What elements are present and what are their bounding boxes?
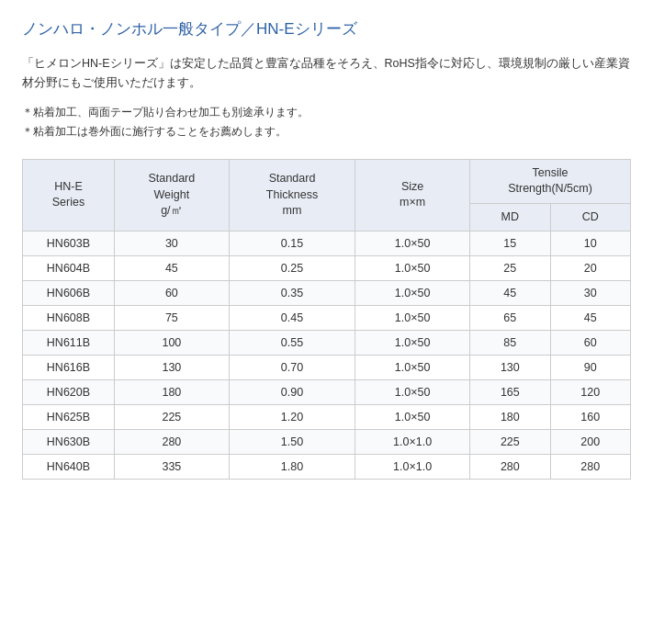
cell-cd: 280	[550, 455, 630, 480]
cell-series: HN603B	[23, 232, 115, 256]
cell-series: HN620B	[23, 380, 115, 405]
table-row: HN611B1000.551.0×508560	[23, 331, 631, 356]
note-1: ＊粘着加工、両面テープ貼り合わせ加工も別途承ります。	[22, 103, 631, 123]
cell-md: 130	[470, 356, 550, 380]
product-table: HN-ESeries StandardWeightg/㎡ StandardThi…	[22, 159, 631, 480]
header-series: HN-ESeries	[23, 159, 115, 232]
page-title: ノンハロ・ノンホル一般タイプ／HN-Eシリーズ	[22, 18, 631, 40]
cell-size: 1.0×50	[355, 405, 470, 430]
header-tensile: TensileStrength(N/5cm)	[470, 159, 631, 203]
header-size: Sizem×m	[355, 159, 470, 232]
cell-cd: 60	[550, 331, 630, 356]
cell-weight: 180	[114, 380, 229, 405]
table-row: HN630B2801.501.0×1.0225200	[23, 430, 631, 455]
cell-size: 1.0×50	[355, 306, 470, 331]
table-row: HN606B600.351.0×504530	[23, 281, 631, 306]
cell-weight: 60	[114, 281, 229, 306]
description-text: 「ヒメロンHN-Eシリーズ」は安定した品質と豊富な品種をそろえ、RoHS指令に対…	[22, 54, 631, 94]
cell-thickness: 0.90	[229, 380, 355, 405]
header-weight: StandardWeightg/㎡	[114, 159, 229, 232]
cell-weight: 130	[114, 356, 229, 380]
cell-thickness: 0.55	[229, 331, 355, 356]
cell-thickness: 0.45	[229, 306, 355, 331]
header-thickness: StandardThicknessmm	[229, 159, 355, 232]
table-row: HN616B1300.701.0×5013090	[23, 356, 631, 380]
cell-size: 1.0×50	[355, 380, 470, 405]
cell-weight: 75	[114, 306, 229, 331]
cell-md: 15	[470, 232, 550, 256]
cell-md: 25	[470, 256, 550, 281]
table-row: HN620B1800.901.0×50165120	[23, 380, 631, 405]
notes-section: ＊粘着加工、両面テープ貼り合わせ加工も別途承ります。 ＊粘着加工は巻外面に施行す…	[22, 103, 631, 142]
cell-series: HN608B	[23, 306, 115, 331]
cell-md: 85	[470, 331, 550, 356]
cell-thickness: 1.80	[229, 455, 355, 480]
header-cd: CD	[550, 203, 630, 232]
cell-cd: 90	[550, 356, 630, 380]
table-row: HN603B300.151.0×501510	[23, 232, 631, 256]
table-row: HN640B3351.801.0×1.0280280	[23, 455, 631, 480]
cell-thickness: 0.35	[229, 281, 355, 306]
cell-thickness: 0.15	[229, 232, 355, 256]
cell-weight: 30	[114, 232, 229, 256]
cell-series: HN604B	[23, 256, 115, 281]
cell-size: 1.0×50	[355, 232, 470, 256]
cell-cd: 45	[550, 306, 630, 331]
cell-thickness: 0.25	[229, 256, 355, 281]
cell-md: 45	[470, 281, 550, 306]
cell-series: HN630B	[23, 430, 115, 455]
cell-weight: 100	[114, 331, 229, 356]
table-row: HN625B2251.201.0×50180160	[23, 405, 631, 430]
cell-cd: 10	[550, 232, 630, 256]
cell-thickness: 1.50	[229, 430, 355, 455]
cell-series: HN616B	[23, 356, 115, 380]
cell-size: 1.0×50	[355, 256, 470, 281]
cell-md: 225	[470, 430, 550, 455]
cell-md: 65	[470, 306, 550, 331]
cell-cd: 160	[550, 405, 630, 430]
cell-cd: 200	[550, 430, 630, 455]
cell-size: 1.0×50	[355, 281, 470, 306]
cell-series: HN611B	[23, 331, 115, 356]
cell-series: HN640B	[23, 455, 115, 480]
cell-size: 1.0×50	[355, 356, 470, 380]
cell-weight: 335	[114, 455, 229, 480]
cell-md: 280	[470, 455, 550, 480]
header-md: MD	[470, 203, 550, 232]
cell-series: HN625B	[23, 405, 115, 430]
cell-weight: 225	[114, 405, 229, 430]
cell-md: 180	[470, 405, 550, 430]
cell-thickness: 1.20	[229, 405, 355, 430]
cell-size: 1.0×1.0	[355, 455, 470, 480]
cell-size: 1.0×1.0	[355, 430, 470, 455]
cell-weight: 280	[114, 430, 229, 455]
table-row: HN608B750.451.0×506545	[23, 306, 631, 331]
cell-cd: 120	[550, 380, 630, 405]
table-row: HN604B450.251.0×502520	[23, 256, 631, 281]
cell-md: 165	[470, 380, 550, 405]
cell-series: HN606B	[23, 281, 115, 306]
cell-weight: 45	[114, 256, 229, 281]
cell-size: 1.0×50	[355, 331, 470, 356]
cell-cd: 20	[550, 256, 630, 281]
cell-thickness: 0.70	[229, 356, 355, 380]
cell-cd: 30	[550, 281, 630, 306]
note-2: ＊粘着加工は巻外面に施行することをお薦めします。	[22, 122, 631, 142]
